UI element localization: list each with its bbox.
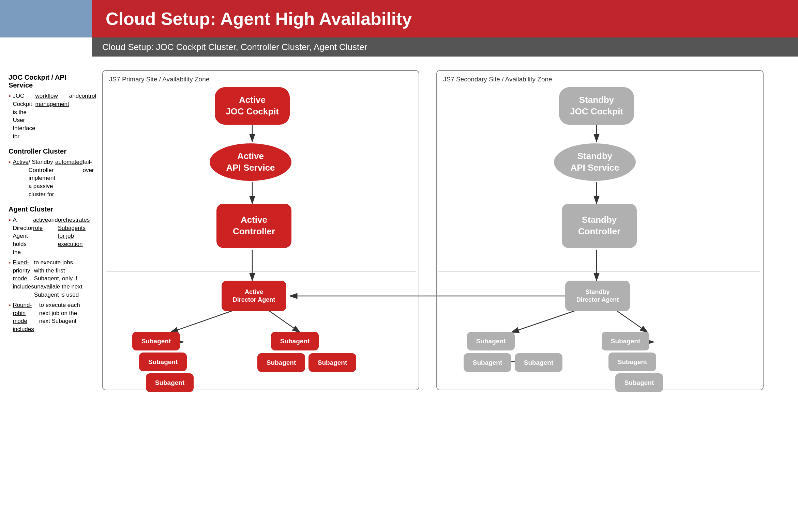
standby-joc-box: StandbyJOC Cockpit (559, 87, 634, 125)
standby-controller-node: StandbyController (562, 204, 637, 248)
active-api-label: ActiveAPI Service (226, 151, 275, 174)
standby-director-label: StandbyDirector Agent (576, 288, 619, 304)
sidebar-bullet-agent-2: Fixed-priority mode includes to execute … (9, 259, 84, 299)
primary-subagent-3: Subagent (146, 373, 194, 392)
page-title: Cloud Setup: Agent High Availability (106, 9, 412, 29)
sidebar-bullet-agent-3: Round-robin mode includes to execute eac… (9, 301, 84, 333)
secondary-zone-label: JS7 Secondary Site / Availability Zone (443, 76, 552, 83)
full-diagram: JS7 Primary Site / Availability Zone JS7… (102, 70, 767, 394)
subheader-sidebar (0, 37, 92, 57)
sidebar-bullet-agent-1: A Director Agent holds the active role a… (9, 216, 84, 256)
primary-subagent-6: Subagent (308, 353, 356, 372)
active-joc-box: ActiveJOC Cockpit (215, 87, 290, 125)
header-sidebar (0, 0, 92, 37)
content: JOC Cockpit / API Service JOC Cockpit is… (0, 57, 798, 407)
standby-joc-label: StandbyJOC Cockpit (570, 94, 623, 118)
active-joc-label: ActiveJOC Cockpit (226, 94, 279, 118)
active-api-box: ActiveAPI Service (210, 143, 291, 181)
standby-controller-label: StandbyController (578, 214, 620, 237)
diagram-area: JS7 Primary Site / Availability Zone JS7… (92, 67, 798, 397)
primary-subagent-2: Subagent (139, 353, 187, 371)
standby-director-node: StandbyDirector Agent (565, 281, 630, 311)
subheader: Cloud Setup: JOC Cockpit Cluster, Contro… (0, 37, 798, 57)
primary-subagent-4: Subagent (271, 332, 319, 350)
sidebar-bullet-controller-1: Active / Standby Controller implement a … (9, 158, 84, 199)
secondary-subagent-3: Subagent (515, 353, 562, 372)
standby-director-box: StandbyDirector Agent (565, 281, 630, 311)
secondary-subagents-group2: Subagent Subagent Subagent (602, 332, 663, 392)
standby-api-label: StandbyAPI Service (570, 151, 619, 174)
secondary-subagent-4: Subagent (602, 332, 649, 350)
primary-subagents-group2: Subagent Subagent Subagent (257, 332, 356, 372)
active-director-box: ActiveDirector Agent (222, 281, 286, 311)
sidebar-section-joc-title: JOC Cockpit / API Service (9, 74, 84, 89)
sidebar-section-agent-title: Agent Cluster (9, 205, 84, 213)
primary-subagents-group1: Subagent Subagent Subagent (132, 332, 194, 392)
secondary-subagent-5: Subagent (608, 353, 656, 371)
standby-controller-box: StandbyController (562, 204, 637, 248)
active-controller-box: ActiveController (216, 204, 291, 248)
primary-subagent-1: Subagent (132, 332, 180, 350)
active-api-node: ActiveAPI Service (210, 143, 291, 181)
header: Cloud Setup: Agent High Availability (0, 0, 798, 37)
sidebar: JOC Cockpit / API Service JOC Cockpit is… (0, 67, 92, 397)
primary-subagent-5: Subagent (257, 353, 305, 372)
secondary-subagent-2: Subagent (464, 353, 511, 372)
primary-zone-label: JS7 Primary Site / Availability Zone (109, 76, 209, 83)
header-main: Cloud Setup: Agent High Availability (92, 0, 798, 37)
active-controller-label: ActiveController (233, 214, 275, 237)
sidebar-section-controller-title: Controller Cluster (9, 147, 84, 155)
sidebar-bullet-joc-1: JOC Cockpit is the User Interface for wo… (9, 92, 84, 141)
active-director-label: ActiveDirector Agent (233, 288, 275, 304)
secondary-subagents-group1: Subagent Subagent Subagent (464, 332, 562, 372)
standby-api-box: StandbyAPI Service (554, 143, 636, 181)
subheader-text: Cloud Setup: JOC Cockpit Cluster, Contro… (102, 42, 367, 52)
subheader-main: Cloud Setup: JOC Cockpit Cluster, Contro… (92, 37, 798, 57)
active-joc-node: ActiveJOC Cockpit (215, 87, 290, 125)
secondary-subagent-6: Subagent (615, 373, 663, 392)
active-director-node: ActiveDirector Agent (222, 281, 286, 311)
standby-api-node: StandbyAPI Service (554, 143, 636, 181)
secondary-subagent-1: Subagent (467, 332, 515, 350)
standby-joc-node: StandbyJOC Cockpit (559, 87, 634, 125)
active-controller-node: ActiveController (216, 204, 291, 248)
